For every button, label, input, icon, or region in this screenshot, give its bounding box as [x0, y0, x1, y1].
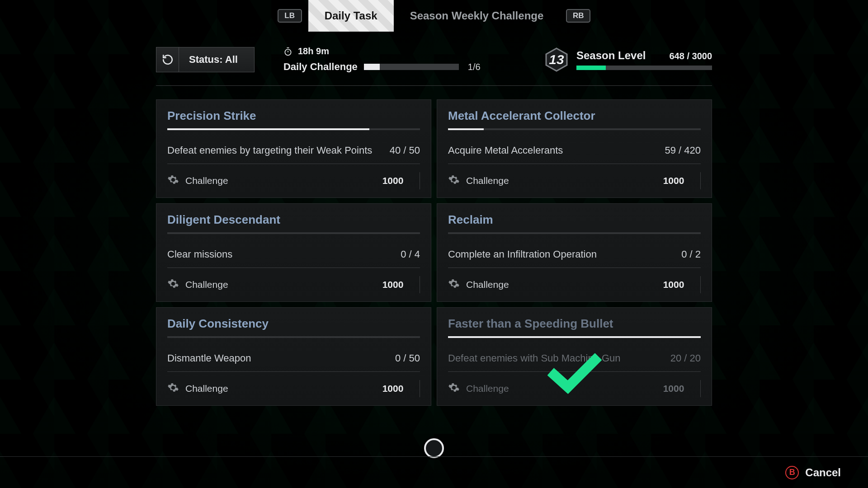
reward-value: 1000: [373, 383, 413, 394]
daily-progress-count: 1/6: [468, 62, 481, 72]
reward-value: 1000: [653, 383, 694, 394]
season-xp-bar: [576, 66, 712, 70]
challenge-objective: Clear missions: [167, 249, 232, 260]
footer-bar: B Cancel: [0, 456, 868, 488]
challenge-title: Precision Strike: [167, 109, 420, 123]
challenge-progress-bar: [167, 232, 420, 234]
daily-time-remaining: 18h 9m: [298, 46, 329, 56]
cog-icon: [167, 278, 179, 291]
cog-icon: [448, 382, 460, 395]
challenge-card[interactable]: Precision StrikeDefeat enemies by target…: [156, 99, 431, 198]
status-label: Status: All: [186, 54, 238, 66]
cog-icon: [448, 278, 460, 291]
header-row: Status: All 18h 9m Daily Challenge 1/6 1…: [156, 46, 712, 86]
challenge-progress: 0 / 4: [401, 249, 420, 260]
challenge-grid: Precision StrikeDefeat enemies by target…: [156, 99, 712, 406]
challenge-card[interactable]: Faster than a Speeding BulletDefeat enem…: [437, 307, 712, 406]
reward-value: 1000: [653, 175, 694, 186]
challenge-progress: 0 / 2: [681, 249, 701, 260]
svg-point-0: [285, 49, 291, 55]
lb-bumper-icon[interactable]: LB: [278, 9, 302, 23]
reward-label: Challenge: [466, 175, 509, 186]
refresh-icon: [156, 47, 179, 72]
cursor-ring-icon: [424, 438, 444, 458]
challenge-objective: Defeat enemies with Sub Machine Gun: [448, 352, 621, 364]
stopwatch-icon: [283, 47, 292, 56]
daily-progress-bar: [364, 64, 459, 70]
challenge-objective: Dismantle Weapon: [167, 352, 251, 364]
challenge-objective: Complete an Infiltration Operation: [448, 249, 597, 260]
challenge-objective: Defeat enemies by targeting their Weak P…: [167, 145, 372, 156]
challenge-progress: 20 / 20: [670, 352, 701, 364]
challenge-card[interactable]: Metal Accelerant CollectorAcquire Metal …: [437, 99, 712, 198]
reward-label: Challenge: [185, 279, 228, 290]
cog-icon: [448, 174, 460, 188]
challenge-card[interactable]: ReclaimComplete an Infiltration Operatio…: [437, 203, 712, 302]
reward-label: Challenge: [466, 279, 509, 290]
challenge-objective: Acquire Metal Accelerants: [448, 145, 563, 156]
challenge-progress: 59 / 420: [665, 145, 701, 156]
season-level-block: 13 Season Level 648 / 3000: [544, 47, 712, 72]
reward-label: Challenge: [185, 383, 228, 394]
challenge-title: Metal Accelerant Collector: [448, 109, 701, 123]
tab-daily-task[interactable]: Daily Task: [308, 0, 394, 32]
cancel-label[interactable]: Cancel: [805, 466, 841, 479]
challenge-progress-bar: [448, 128, 701, 130]
season-level-label: Season Level: [576, 49, 646, 62]
challenge-progress-bar: [167, 336, 420, 338]
reward-value: 1000: [373, 279, 413, 290]
b-button-icon[interactable]: B: [785, 466, 799, 479]
reward-label: Challenge: [185, 175, 228, 186]
challenge-title: Reclaim: [448, 213, 701, 227]
challenge-title: Faster than a Speeding Bullet: [448, 317, 701, 331]
season-xp: 648 / 3000: [669, 51, 712, 61]
status-filter-button[interactable]: Status: All: [156, 47, 255, 72]
daily-challenge-block: 18h 9m Daily Challenge 1/6: [283, 46, 544, 73]
challenge-title: Diligent Descendant: [167, 213, 420, 227]
challenge-progress: 0 / 50: [395, 352, 420, 364]
season-level-badge: 13: [544, 47, 569, 72]
rb-bumper-icon[interactable]: RB: [566, 9, 590, 23]
challenge-progress-bar: [448, 232, 701, 234]
reward-value: 1000: [373, 175, 413, 186]
tab-bar: LB Daily Task Season Weekly Challenge RB: [0, 0, 868, 32]
season-level-number: 13: [549, 52, 564, 67]
challenge-title: Daily Consistency: [167, 317, 420, 331]
cog-icon: [167, 174, 179, 188]
reward-value: 1000: [653, 279, 694, 290]
challenge-progress-bar: [448, 336, 701, 338]
daily-challenge-label: Daily Challenge: [283, 61, 358, 73]
cog-icon: [167, 382, 179, 395]
reward-label: Challenge: [466, 383, 509, 394]
tab-season-weekly[interactable]: Season Weekly Challenge: [394, 0, 560, 32]
challenge-progress-bar: [167, 128, 420, 130]
challenge-card[interactable]: Diligent DescendantClear missions0 / 4Ch…: [156, 203, 431, 302]
challenge-card[interactable]: Daily ConsistencyDismantle Weapon0 / 50C…: [156, 307, 431, 406]
challenge-progress: 40 / 50: [390, 145, 420, 156]
